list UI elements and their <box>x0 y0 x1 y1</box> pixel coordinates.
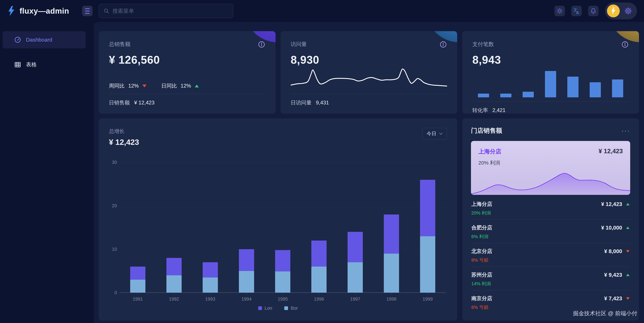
sidebar-item-label: 表格 <box>26 61 37 68</box>
legend-item[interactable]: Bor <box>284 306 298 311</box>
sidebar-item-dashboard[interactable]: Dashboard <box>3 31 86 48</box>
card-store-sales: 门店销售额 ··· 上海分店 ¥ 12,423 20% 利润 上海分店 ¥ 12… <box>462 118 639 320</box>
topbar: fluxy—admin 文 A <box>0 0 644 22</box>
stat-footer-label: 日销售额 <box>109 99 130 106</box>
card-visits: 访问量 8,930 日访问量 9,431 <box>280 31 457 114</box>
payments-bar-chart <box>472 66 629 97</box>
store-highlight-card[interactable]: 上海分店 ¥ 12,423 20% 利润 <box>471 141 630 195</box>
watermark: 掘金技术社区 @ 前端小付 <box>573 310 637 317</box>
store-row[interactable]: 上海分店 ¥ 12,423 20% 利润 <box>471 196 630 220</box>
chart-legend: LonBor <box>109 304 447 312</box>
card-total-growth: 总增长 ¥ 12,423 今日 010203019911992199319941… <box>99 118 457 320</box>
store-profit: 6% 利润 <box>471 234 630 240</box>
stat-value: ¥ 126,560 <box>109 53 266 66</box>
legend-item[interactable]: Lon <box>258 306 272 311</box>
gauge-icon <box>14 36 22 44</box>
hamburger-icon <box>85 8 90 9</box>
sun-icon <box>556 8 563 14</box>
avatar-lightning-icon <box>610 8 616 15</box>
user-settings-pill <box>605 3 637 19</box>
store-profit: 14% 利润 <box>471 281 630 287</box>
info-icon[interactable] <box>621 41 629 48</box>
language-switch-button[interactable]: 文 A <box>571 6 582 16</box>
highlight-store-value: ¥ 12,423 <box>598 148 623 155</box>
app-title: fluxy—admin <box>20 7 69 16</box>
stat-label: 总销售额 <box>109 41 130 48</box>
translate-icon: 文 A <box>573 7 580 15</box>
trend-row: 周同比 12% 日同比 12% <box>109 82 266 89</box>
stat-value: 8,930 <box>291 53 447 66</box>
card-payments: 支付笔数 8,943 转化率 2,421 <box>462 31 639 114</box>
sidebar-item-label: Dashboard <box>26 37 52 43</box>
period-select-value: 今日 <box>426 130 436 137</box>
store-value: ¥ 8,000 <box>604 248 622 254</box>
svg-text:1999: 1999 <box>423 296 433 302</box>
svg-text:1997: 1997 <box>350 296 360 302</box>
highlight-store-name: 上海分店 <box>478 148 501 155</box>
stores-title: 门店销售额 <box>471 126 502 135</box>
bell-icon <box>590 8 597 14</box>
theme-toggle-button[interactable] <box>554 6 565 16</box>
stat-footer-value: 9,431 <box>316 100 329 106</box>
store-value: ¥ 9,423 <box>604 272 622 278</box>
app-logo: fluxy—admin <box>7 6 82 16</box>
trend-down-icon <box>626 297 630 299</box>
avatar[interactable] <box>607 5 620 17</box>
sidebar: Dashboard 表格 <box>0 22 94 323</box>
svg-text:30: 30 <box>112 160 117 165</box>
visits-line-chart <box>291 67 447 90</box>
store-name: 南京分店 <box>471 295 492 302</box>
notifications-button[interactable] <box>588 6 598 16</box>
store-value: ¥ 10,000 <box>601 225 622 231</box>
store-loss: 8% 亏损 <box>471 257 630 263</box>
search-icon <box>103 8 110 14</box>
lightning-logo-icon <box>7 6 16 16</box>
period-select[interactable]: 今日 <box>422 128 447 140</box>
growth-label: 总增长 <box>109 128 139 135</box>
svg-text:1993: 1993 <box>205 296 215 302</box>
store-loss: 6% 亏损 <box>471 304 630 310</box>
trend-up-icon <box>626 274 630 276</box>
stat-label: 支付笔数 <box>472 41 494 48</box>
store-name: 上海分店 <box>471 201 492 208</box>
store-row[interactable]: 合肥分店 ¥ 10,000 6% 利润 <box>471 220 630 243</box>
trend-up-icon <box>195 85 199 87</box>
chevron-down-icon <box>439 133 443 135</box>
svg-text:1992: 1992 <box>169 296 179 302</box>
store-profit: 20% 利润 <box>471 210 630 216</box>
trend-up-icon <box>626 226 630 229</box>
store-row[interactable]: 苏州分店 ¥ 9,423 14% 利润 <box>471 267 630 290</box>
main-content: 总销售额 ¥ 126,560 周同比 12% 日同比 12% 日销售额 ¥ 12… <box>94 22 644 323</box>
info-icon[interactable] <box>258 41 266 48</box>
svg-text:1994: 1994 <box>241 296 252 302</box>
stat-value: 8,943 <box>472 53 629 66</box>
info-icon[interactable] <box>439 41 447 48</box>
legend-swatch <box>284 306 288 310</box>
svg-text:1996: 1996 <box>314 296 324 302</box>
stat-footer-value: ¥ 12,423 <box>134 100 154 106</box>
trend-down-icon <box>626 250 630 252</box>
search-box[interactable] <box>99 4 233 18</box>
highlight-store-profit: 20% 利润 <box>478 159 623 166</box>
store-row[interactable]: 北京分店 ¥ 8,000 8% 亏损 <box>471 243 630 267</box>
menu-toggle-button[interactable] <box>82 6 92 16</box>
store-list: 上海分店 ¥ 12,423 20% 利润 合肥分店 ¥ 10,000 6% 利润… <box>471 196 630 314</box>
svg-text:10: 10 <box>112 247 117 252</box>
growth-value: ¥ 12,423 <box>109 138 139 147</box>
svg-text:1991: 1991 <box>133 296 143 302</box>
trend-label: 周同比 <box>109 82 124 89</box>
table-icon <box>14 61 22 69</box>
store-name: 合肥分店 <box>471 224 492 231</box>
more-options-icon[interactable]: ··· <box>622 129 630 132</box>
stat-label: 访问量 <box>291 41 307 48</box>
stat-footer-label: 日访问量 <box>291 99 312 106</box>
store-name: 苏州分店 <box>471 271 492 278</box>
gear-icon[interactable] <box>624 7 632 15</box>
sidebar-item-table[interactable]: 表格 <box>3 56 86 73</box>
trend-value: 12% <box>180 83 191 89</box>
growth-stacked-chart: 0102030199119921993199419951996199719981… <box>109 151 447 304</box>
svg-text:0: 0 <box>114 290 117 295</box>
search-input[interactable] <box>112 8 228 14</box>
svg-text:1998: 1998 <box>386 296 396 302</box>
store-area-chart <box>471 165 630 195</box>
